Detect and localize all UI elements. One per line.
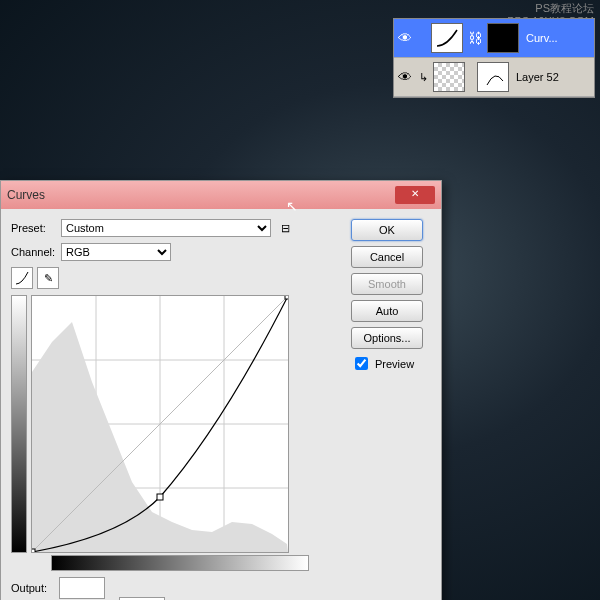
input-gradient (51, 555, 309, 571)
layer-row-curves[interactable]: 👁 ⛓ Curv... (394, 19, 594, 58)
visibility-icon[interactable]: 👁 (394, 30, 416, 46)
channel-label: Channel: (11, 246, 61, 258)
channel-select[interactable]: RGB (61, 243, 171, 261)
dialog-title: Curves (7, 188, 395, 202)
pencil-tool-icon[interactable]: ✎ (37, 267, 59, 289)
svg-rect-9 (157, 494, 163, 500)
curves-dialog: Curves ✕ Preset: Custom ⊟ Channel: RGB ✎ (0, 180, 442, 600)
auto-button[interactable]: Auto (351, 300, 423, 322)
layer-row-52[interactable]: 👁 ↳ Layer 52 (394, 58, 594, 97)
curves-graph[interactable] (31, 295, 289, 553)
cancel-button[interactable]: Cancel (351, 246, 423, 268)
curve-tool-icon[interactable] (11, 267, 33, 289)
preset-select[interactable]: Custom (61, 219, 271, 237)
output-label: Output: (11, 582, 59, 594)
svg-rect-8 (32, 549, 35, 552)
layer-mask-thumbnail[interactable] (477, 62, 509, 92)
preview-checkbox[interactable]: Preview (351, 354, 431, 373)
link-icon: ⛓ (466, 30, 484, 46)
output-gradient (11, 295, 27, 553)
layer-thumbnail[interactable] (433, 62, 465, 92)
layer-name[interactable]: Curv... (522, 32, 594, 44)
preset-menu-icon[interactable]: ⊟ (281, 222, 290, 235)
smooth-button: Smooth (351, 273, 423, 295)
clip-icon: ↳ (416, 71, 430, 84)
layer-mask-thumbnail[interactable] (487, 23, 519, 53)
adjustment-thumbnail[interactable] (431, 23, 463, 53)
watermark-line1: PS教程论坛 (507, 2, 594, 15)
titlebar[interactable]: Curves ✕ (1, 181, 441, 209)
ok-button[interactable]: OK (351, 219, 423, 241)
layer-name[interactable]: Layer 52 (512, 71, 594, 83)
layers-panel: 👁 ⛓ Curv... 👁 ↳ Layer 52 (393, 18, 595, 98)
svg-rect-10 (285, 296, 288, 299)
close-button[interactable]: ✕ (395, 186, 435, 204)
output-field[interactable] (59, 577, 105, 599)
options-button[interactable]: Options... (351, 327, 423, 349)
visibility-icon[interactable]: 👁 (394, 69, 416, 85)
preset-label: Preset: (11, 222, 61, 234)
